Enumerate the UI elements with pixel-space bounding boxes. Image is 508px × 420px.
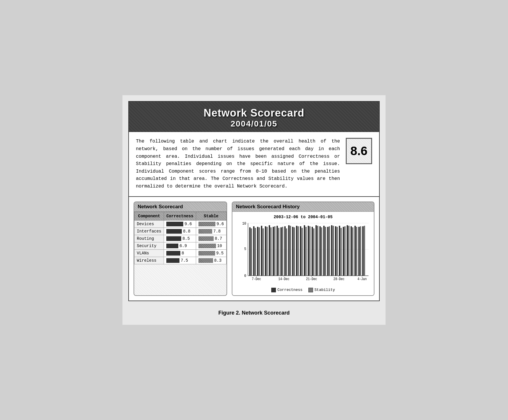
correctness-value: 8 [182, 251, 184, 256]
stability-bar [198, 244, 216, 248]
stability-swatch [308, 288, 313, 292]
svg-text:4-Jan: 4-Jan [357, 277, 367, 281]
chart-bar-stability [259, 227, 260, 276]
chart-bar-stability [305, 227, 307, 275]
chart-area: 0 5 10 [236, 222, 370, 286]
cell-component: Security [134, 242, 164, 249]
chart-title: 2003-12-06 to 2004-01-05 [236, 215, 370, 219]
svg-text:5: 5 [244, 247, 246, 251]
correctness-value: 8.5 [182, 236, 190, 241]
col-stable: Stable [196, 212, 226, 220]
chart-bar-correctness [277, 226, 278, 276]
cell-correctness: 8 [164, 249, 196, 257]
stability-bar [198, 229, 212, 234]
chart-bar-correctness [350, 226, 352, 275]
col-correctness: Correctness [164, 212, 196, 220]
stability-bar [198, 236, 214, 241]
chart-svg: 0 5 10 [236, 222, 370, 286]
legend-stability: Stability [308, 288, 335, 292]
cell-stability: 10 [196, 242, 226, 249]
chart-bar-stability [313, 228, 314, 276]
cell-stability: 8.3 [196, 257, 226, 264]
correctness-value: 7.5 [181, 258, 188, 263]
chart-bar-correctness [343, 227, 344, 275]
table-row: Devices9.69.6 [134, 220, 227, 228]
stability-value: 8.7 [215, 236, 222, 241]
cell-correctness: 9.6 [164, 220, 196, 228]
chart-bar-correctness [261, 226, 262, 276]
chart-bar-stability [341, 228, 342, 276]
svg-text:21-Dec: 21-Dec [306, 277, 317, 281]
correctness-label: Correctness [277, 288, 303, 292]
stability-value: 7.8 [213, 229, 221, 234]
chart-bar-stability [329, 226, 330, 275]
chart-bar-correctness [269, 225, 270, 276]
correctness-bar [166, 229, 182, 234]
svg-text:28-Dec: 28-Dec [334, 277, 345, 281]
cell-stability: 9.5 [196, 249, 226, 257]
chart-bar-stability [278, 228, 279, 276]
scorecard-table: Component Correctness Stable Devices9.69… [134, 212, 227, 264]
chart-bar-stability [262, 228, 264, 276]
legend-correctness: Correctness [271, 288, 303, 292]
cell-stability: 9.6 [196, 220, 226, 228]
table-row: Security6.910 [134, 242, 227, 249]
chart-bar-stability [333, 226, 334, 276]
svg-text:7-Dec: 7-Dec [252, 277, 261, 281]
chart-bar-stability [344, 226, 345, 275]
chart-bar-stability [251, 228, 252, 276]
chart-bar-stability [270, 227, 272, 276]
correctness-bar [166, 258, 179, 263]
correctness-bar [166, 244, 178, 248]
chart-bar-correctness [300, 226, 301, 275]
stability-value: 8.3 [214, 258, 222, 263]
description-text: The following table and chart indicate t… [136, 138, 340, 190]
chart-bar-correctness [280, 227, 281, 276]
chart-bar-stability [274, 226, 275, 275]
chart-bar-correctness [327, 227, 328, 275]
chart-bar-correctness [362, 226, 363, 275]
chart-bar-correctness [284, 226, 286, 275]
chart-bar-correctness [331, 225, 332, 276]
cell-component: Devices [134, 220, 164, 228]
stability-value: 10 [217, 244, 222, 248]
chart-bar-stability [294, 227, 295, 276]
cell-correctness: 8.8 [164, 228, 196, 235]
chart-bar-correctness [355, 226, 356, 276]
chart-bar-stability [348, 226, 349, 276]
chart-bar-correctness [296, 226, 297, 276]
page-wrapper: Network Scorecard 2004/01/05 The followi… [122, 95, 386, 324]
chart-bar-correctness [319, 226, 321, 275]
scorecard-panel-title: Network Scorecard [134, 202, 227, 212]
chart-bar-stability [266, 227, 267, 275]
header-title: Network Scorecard [132, 107, 376, 119]
chart-bar-stability [352, 227, 353, 276]
correctness-bar [166, 251, 180, 256]
chart-bar-stability [298, 226, 299, 275]
svg-text:10: 10 [242, 222, 246, 226]
correctness-value: 6.9 [179, 244, 187, 248]
chart-bar-correctness [323, 226, 324, 276]
chart-bar-correctness [273, 227, 274, 275]
chart-bar-correctness [249, 227, 250, 276]
chart-bar-correctness [253, 226, 254, 275]
chart-bar-stability [286, 228, 287, 276]
description-section: The following table and chart indicate t… [129, 132, 379, 197]
bars-group [249, 225, 365, 276]
table-row: Wireless7.58.3 [134, 257, 227, 264]
correctness-value: 8.8 [183, 229, 190, 234]
stability-bar [198, 222, 215, 226]
score-badge: 8.6 [346, 138, 372, 164]
chart-bar-correctness [335, 226, 336, 275]
history-panel: Network Scorecard History 2003-12-06 to … [232, 202, 374, 296]
chart-bar-correctness [288, 225, 289, 276]
correctness-bar [166, 222, 183, 226]
chart-bar-correctness [358, 227, 360, 275]
chart-bar-correctness [312, 227, 313, 275]
history-chart-container: 2003-12-06 to 2004-01-05 0 5 10 [232, 212, 374, 295]
col-component: Component [134, 212, 164, 220]
cell-stability: 8.7 [196, 235, 226, 242]
chart-bar-correctness [347, 225, 348, 276]
chart-bar-stability [356, 227, 357, 275]
stability-bar [198, 258, 213, 263]
